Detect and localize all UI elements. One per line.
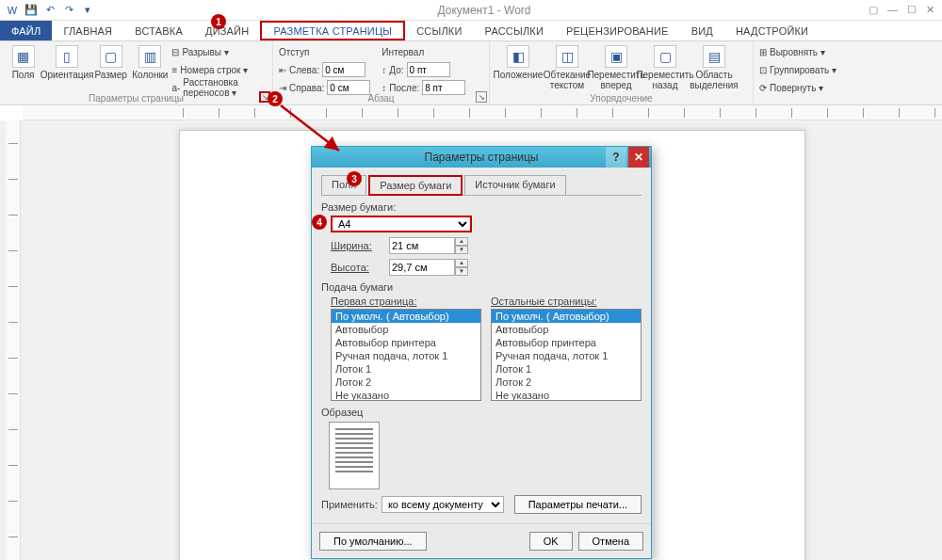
line-numbers-button[interactable]: ≡Номера строк ▾ [171,61,267,78]
indent-label: Отступ [279,43,370,60]
arrange-group-label: Упорядочение [490,93,753,104]
tray-option[interactable]: По умолч. ( Автовыбор) [332,310,480,323]
default-button[interactable]: По умолчанию... [319,532,427,551]
width-input[interactable] [389,237,455,254]
apply-to-label: Применить: [321,499,378,510]
callout-4: 4 [312,215,327,230]
dialog-tab-source[interactable]: Источник бумаги [464,175,565,195]
sample-preview [329,422,380,489]
tray-option[interactable]: По умолч. ( Автовыбор) [492,310,641,323]
sample-label: Образец [321,407,642,418]
paper-size-label: Размер бумаги: [321,201,642,213]
height-down[interactable]: ▼ [455,267,468,276]
indent-left-input[interactable] [322,62,365,77]
tray-option[interactable]: Автовыбор [332,323,480,336]
ribbon-tabs: ФАЙЛ ГЛАВНАЯ ВСТАВКА ДИЗАЙН РАЗМЕТКА СТР… [0,21,942,41]
rotate-button[interactable]: ⟳Повернуть ▾ [759,79,836,96]
tray-option[interactable]: Лоток 2 [332,376,480,389]
maximize-icon[interactable]: ☐ [907,4,917,16]
position-button[interactable]: ◧Положение [495,43,541,80]
tab-design[interactable]: ДИЗАЙН [194,21,260,40]
margins-button[interactable]: ▦Поля [6,43,41,80]
ribbon: ▦Поля ▯Ориентация ▢Размер ▥Колонки ⊟Разр… [0,41,942,105]
undo-icon[interactable]: ↶ [43,4,57,17]
horizontal-ruler[interactable] [23,105,942,120]
group-button[interactable]: ⊡Группировать ▾ [759,61,836,78]
paragraph-launcher[interactable]: ↘ [476,91,487,103]
other-pages-label: Остальные страницы: [491,296,642,307]
word-icon: W [6,4,19,17]
tab-review[interactable]: РЕЦЕНЗИРОВАНИЕ [555,21,680,40]
print-options-button[interactable]: Параметры печати... [514,495,642,514]
size-button[interactable]: ▢Размер [93,43,128,80]
width-up[interactable]: ▲ [455,237,468,246]
orientation-button[interactable]: ▯Ориентация [44,43,89,80]
callout-1: 1 [211,14,226,29]
vertical-ruler[interactable] [6,120,21,560]
spacing-label: Интервал [382,43,465,60]
selection-pane-button[interactable]: ▤Область выделения [691,43,737,90]
dialog-title-text: Параметры страницы [425,151,539,164]
tray-option[interactable]: Не указано [332,389,480,401]
tray-option[interactable]: Лоток 1 [332,362,480,376]
tab-home[interactable]: ГЛАВНАЯ [52,21,123,40]
title-bar: W 💾 ↶ ↷ ▾ Документ1 - Word ▢ — ☐ ✕ [0,0,942,21]
minimize-icon[interactable]: — [887,4,898,16]
bring-forward-button[interactable]: ▣Переместить вперед [593,43,639,90]
cancel-button[interactable]: Отмена [578,532,643,551]
tray-option[interactable]: Не указано [492,389,641,401]
svg-line-0 [281,105,339,151]
breaks-button[interactable]: ⊟Разрывы ▾ [171,43,267,60]
columns-button[interactable]: ▥Колонки [132,43,168,80]
first-page-label: Первая страница: [331,296,481,307]
tray-option[interactable]: Автовыбор принтера [492,336,641,349]
annotation-arrow [273,102,349,158]
tab-addins[interactable]: НАДСТРОЙКИ [724,21,820,40]
tray-option[interactable]: Лоток 2 [492,376,641,389]
callout-2: 2 [268,91,283,106]
apply-to-select[interactable]: ко всему документу [382,496,504,513]
redo-icon[interactable]: ↷ [62,4,75,17]
dialog-titlebar[interactable]: Параметры страницы ? ✕ [312,147,651,168]
other-pages-tray-list[interactable]: По умолч. ( Автовыбор)АвтовыборАвтовыбор… [491,309,642,401]
ribbon-options-icon[interactable]: ▢ [869,4,878,16]
tab-mailings[interactable]: РАССЫЛКИ [474,21,555,40]
close-icon[interactable]: ✕ [926,4,934,16]
callout-3: 3 [347,171,362,186]
tray-option[interactable]: Автовыбор принтера [332,336,480,349]
paper-feed-label: Подача бумаги [321,281,642,293]
width-down[interactable]: ▼ [455,246,468,254]
dialog-help-icon[interactable]: ? [606,147,626,168]
tab-references[interactable]: ССЫЛКИ [405,21,473,40]
tray-option[interactable]: Автовыбор [492,323,641,336]
page-setup-dialog: Параметры страницы ? ✕ Поля Размер бумаг… [311,146,652,559]
dialog-close-icon[interactable]: ✕ [628,147,649,168]
tab-view[interactable]: ВИД [680,21,724,40]
save-icon[interactable]: 💾 [24,4,38,17]
tray-option[interactable]: Ручная подача, лоток 1 [332,349,480,362]
height-label: Высота: [331,262,383,273]
first-page-tray-list[interactable]: По умолч. ( Автовыбор)АвтовыборАвтовыбор… [331,309,481,401]
send-backward-button[interactable]: ▢Переместить назад [642,43,688,90]
spacing-before-input[interactable] [407,62,450,77]
dialog-tab-paper[interactable]: Размер бумаги [368,175,463,196]
height-input[interactable] [389,259,455,276]
height-up[interactable]: ▲ [455,259,468,267]
width-label: Ширина: [331,240,383,251]
page-setup-group-label: Параметры страницы [0,93,272,104]
tray-option[interactable]: Ручная подача, лоток 1 [492,349,641,362]
align-button[interactable]: ⊞Выровнять ▾ [759,43,836,60]
qat-dropdown-icon[interactable]: ▾ [81,4,94,17]
tray-option[interactable]: Лоток 1 [492,362,641,376]
tab-insert[interactable]: ВСТАВКА [123,21,194,40]
tab-file[interactable]: ФАЙЛ [0,21,52,40]
wrap-text-button[interactable]: ◫Обтекание текстом [544,43,590,90]
paper-size-select[interactable]: A4 [331,216,472,232]
ok-button[interactable]: OK [529,532,573,551]
tab-page-layout[interactable]: РАЗМЕТКА СТРАНИЦЫ [260,21,405,40]
